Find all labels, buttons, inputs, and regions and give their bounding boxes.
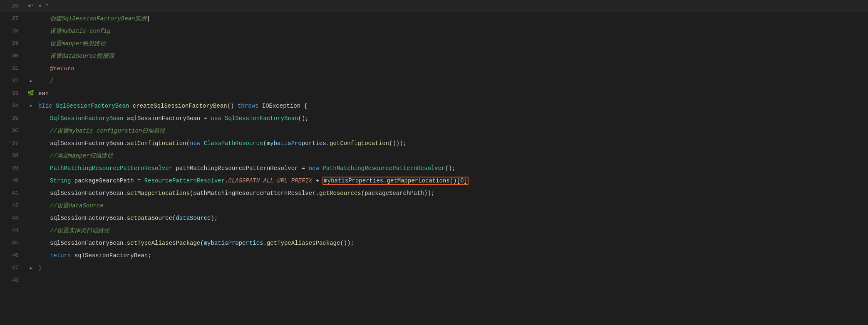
code-line: 34▼blic SqlSessionFactoryBean createSqlS… — [0, 100, 868, 112]
line-number: 48 — [0, 275, 25, 286]
line-content: //设置实体类扫描路径 — [37, 225, 868, 236]
line-number: 39 — [0, 162, 25, 174]
code-line: 47▲} — [0, 262, 868, 274]
code-line: 45sqlSessionFactoryBean.setTypeAliasesPa… — [0, 237, 868, 249]
line-content: 创建SqlSessionFactoryBean实例| — [37, 13, 868, 25]
code-line: 26▼*▾ * — [0, 0, 868, 12]
code-line: 35SqlSessionFactoryBean sqlSessionFactor… — [0, 112, 868, 125]
line-number: 47 — [0, 262, 25, 274]
line-number: 33 — [0, 88, 25, 99]
line-content: sqlSessionFactoryBean.setConfigLocation(… — [37, 138, 868, 149]
line-number: 26 — [0, 0, 25, 12]
code-line: 48 — [0, 274, 868, 287]
line-content: sqlSessionFactoryBean.setMapperLocations… — [37, 187, 868, 199]
line-content: sqlSessionFactoryBean.setTypeAliasesPack… — [37, 237, 868, 249]
code-line: 40String packageSearchPath = ResourcePat… — [0, 175, 868, 187]
line-number: 46 — [0, 250, 25, 261]
code-line: 43sqlSessionFactoryBean.setDataSource(da… — [0, 212, 868, 224]
line-number: 29 — [0, 38, 25, 49]
line-gutter: 🌿 — [25, 88, 37, 99]
line-number: 43 — [0, 212, 25, 224]
line-number: 44 — [0, 225, 25, 236]
code-line: 37sqlSessionFactoryBean.setConfigLocatio… — [0, 137, 868, 150]
line-content: } — [37, 262, 868, 274]
line-content: //添加mapper扫描路径 — [37, 150, 868, 162]
code-line: 42//设置dataSource — [0, 199, 868, 212]
code-line: 33🌿ean — [0, 87, 868, 100]
code-line: 44//设置实体类扫描路径 — [0, 224, 868, 237]
line-number: 41 — [0, 187, 25, 199]
line-content: SqlSessionFactoryBean sqlSessionFactoryB… — [37, 113, 868, 124]
line-gutter: ▲ — [25, 75, 37, 87]
line-gutter: ▼ — [25, 100, 37, 112]
code-editor: 26▼*▾ *27创建SqlSessionFactoryBean实例|28设置m… — [0, 0, 868, 325]
line-gutter: ▼* — [25, 0, 37, 12]
line-content: //设置dataSource — [37, 200, 868, 212]
line-number: 37 — [0, 138, 25, 149]
line-number: 38 — [0, 150, 25, 162]
line-number: 27 — [0, 13, 25, 25]
line-number: 32 — [0, 75, 25, 87]
line-number: 35 — [0, 113, 25, 124]
code-line: 28设置mybatis-config — [0, 25, 868, 37]
line-gutter: ▲ — [25, 262, 37, 274]
code-line: 39PathMatchingResourcePatternResolver pa… — [0, 162, 868, 175]
code-line: 30设置dataSource数据源 — [0, 50, 868, 62]
line-content: //设置mybatis configuration扫描路径 — [37, 125, 868, 137]
line-content: 设置mybatis-config — [37, 25, 868, 37]
code-line: 27创建SqlSessionFactoryBean实例| — [0, 12, 868, 25]
code-line: 29设置mapper映射路径 — [0, 37, 868, 50]
line-number: 36 — [0, 125, 25, 137]
line-content: ▾ * — [37, 0, 868, 12]
line-number: 31 — [0, 63, 25, 74]
code-line: 36//设置mybatis configuration扫描路径 — [0, 125, 868, 137]
line-number: 28 — [0, 25, 25, 37]
line-content: return sqlSessionFactoryBean; — [37, 250, 868, 261]
code-line: 46return sqlSessionFactoryBean; — [0, 249, 868, 262]
line-content: String packageSearchPath = ResourcePatte… — [37, 175, 868, 187]
line-content: @return — [37, 63, 868, 74]
line-content: / — [37, 75, 868, 87]
code-line: 31@return — [0, 62, 868, 75]
code-line: 32▲/ — [0, 75, 868, 87]
line-content: blic SqlSessionFactoryBean createSqlSess… — [37, 100, 868, 112]
line-number: 34 — [0, 100, 25, 112]
line-content: ean — [37, 88, 868, 99]
line-content: PathMatchingResourcePatternResolver path… — [37, 162, 868, 174]
code-line: 38//添加mapper扫描路径 — [0, 150, 868, 162]
line-content: sqlSessionFactoryBean.setDataSource(data… — [37, 212, 868, 224]
code-line: 41sqlSessionFactoryBean.setMapperLocatio… — [0, 187, 868, 199]
line-content: 设置mapper映射路径 — [37, 38, 868, 49]
line-number: 45 — [0, 237, 25, 249]
line-number: 40 — [0, 175, 25, 187]
line-number: 42 — [0, 200, 25, 212]
line-content: 设置dataSource数据源 — [37, 50, 868, 62]
line-number: 30 — [0, 50, 25, 62]
